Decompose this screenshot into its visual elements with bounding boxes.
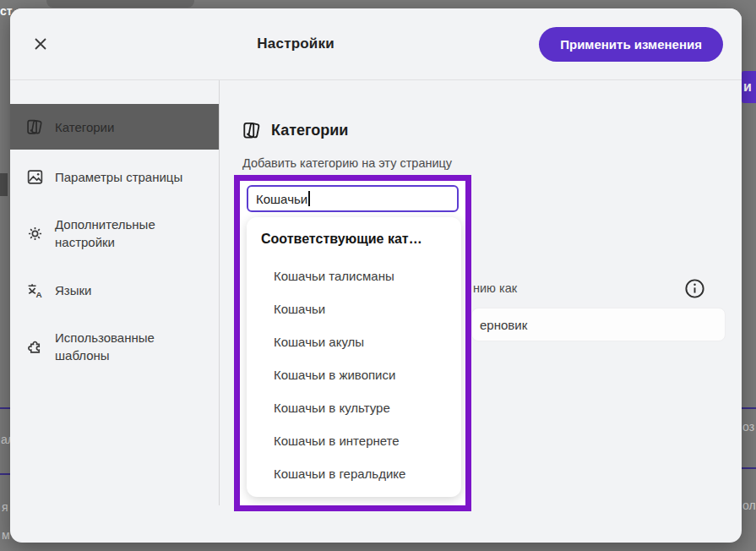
suggestion-item[interactable]: Кошачьи в культуре bbox=[261, 391, 453, 424]
sidebar-item-used-templates[interactable]: Использованные шаблоны bbox=[10, 317, 219, 376]
sidebar-item-label: Категории bbox=[55, 118, 114, 136]
puzzle-icon bbox=[25, 338, 44, 356]
category-search-input[interactable]: Кошачьи bbox=[247, 185, 459, 212]
backdrop-line-fragment bbox=[742, 467, 756, 469]
sidebar-item-categories[interactable]: Категории bbox=[10, 104, 219, 150]
screen: ст и ал я м оз ол Настройки Применить из… bbox=[0, 0, 756, 551]
suggestions-header: Соответствующие кат… bbox=[261, 232, 453, 247]
close-icon bbox=[34, 37, 47, 51]
section-heading-text: Категории bbox=[271, 122, 348, 139]
categories-icon bbox=[242, 121, 262, 140]
suggestion-item[interactable]: Кошачьи талисманы bbox=[261, 259, 453, 292]
category-search-value: Кошачьи bbox=[256, 192, 307, 206]
backdrop-rect-fragment bbox=[0, 173, 8, 196]
modal-body: Категории Параметры страницы bbox=[10, 80, 742, 543]
sidebar-item-label: Дополнительные настройки bbox=[55, 215, 204, 251]
draft-field-value-fragment: ерновик bbox=[480, 318, 527, 332]
modal-title: Настройки bbox=[52, 35, 539, 52]
modal-header: Настройки Применить изменения bbox=[10, 8, 742, 80]
add-category-label: Добавить категорию на эту страницу bbox=[242, 156, 452, 170]
sidebar-item-advanced-settings[interactable]: Дополнительные настройки bbox=[10, 204, 219, 263]
section-heading: Категории bbox=[242, 121, 348, 140]
close-button[interactable] bbox=[29, 32, 52, 56]
suggestion-item[interactable]: Кошачьи акулы bbox=[261, 325, 453, 358]
sidebar-item-languages[interactable]: A Языки bbox=[10, 267, 219, 313]
gear-icon bbox=[25, 225, 44, 243]
save-as-label-fragment: нию как bbox=[473, 281, 517, 295]
settings-modal: Настройки Применить изменения Категории bbox=[10, 8, 742, 543]
svg-text:A: A bbox=[35, 289, 41, 298]
backdrop-line-fragment bbox=[0, 473, 10, 475]
save-as-draft-field[interactable]: ерновик bbox=[471, 308, 726, 341]
sidebar-item-label: Использованные шаблоны bbox=[55, 329, 204, 364]
settings-sidebar: Категории Параметры страницы bbox=[10, 80, 220, 505]
suggestion-item[interactable]: Кошачьи в геральдике bbox=[261, 457, 453, 490]
backdrop-text-fragment: ол bbox=[742, 499, 756, 511]
sidebar-item-page-settings[interactable]: Параметры страницы bbox=[10, 154, 219, 199]
backdrop-text-fragment: я bbox=[2, 501, 8, 513]
suggestion-item[interactable]: Кошачьи в интернете bbox=[261, 424, 453, 457]
tutorial-highlight-box: Кошачьи Соответствующие кат… Кошачьи тал… bbox=[234, 175, 471, 511]
backdrop-text-fragment: оз bbox=[742, 421, 754, 433]
page-image-icon bbox=[25, 168, 44, 186]
backdrop-pill-fragment bbox=[46, 0, 194, 8]
backdrop-line-fragment bbox=[742, 407, 756, 409]
categories-icon bbox=[25, 118, 44, 136]
backdrop-purple-button-fragment: и bbox=[742, 71, 756, 103]
backdrop-line-fragment bbox=[0, 407, 10, 409]
language-icon: A bbox=[25, 281, 44, 299]
text-caret bbox=[308, 191, 310, 206]
sidebar-item-label: Параметры страницы bbox=[55, 168, 182, 186]
category-suggestions-dropdown: Соответствующие кат… Кошачьи талисманы К… bbox=[247, 217, 461, 497]
backdrop-text-fragment: м bbox=[2, 529, 10, 541]
suggestion-item[interactable]: Кошачьи в живописи bbox=[261, 358, 453, 391]
info-icon[interactable] bbox=[683, 277, 706, 300]
apply-changes-button[interactable]: Применить изменения bbox=[539, 27, 723, 62]
sidebar-item-label: Языки bbox=[55, 281, 91, 299]
suggestion-item[interactable]: Кошачьи bbox=[261, 292, 453, 325]
